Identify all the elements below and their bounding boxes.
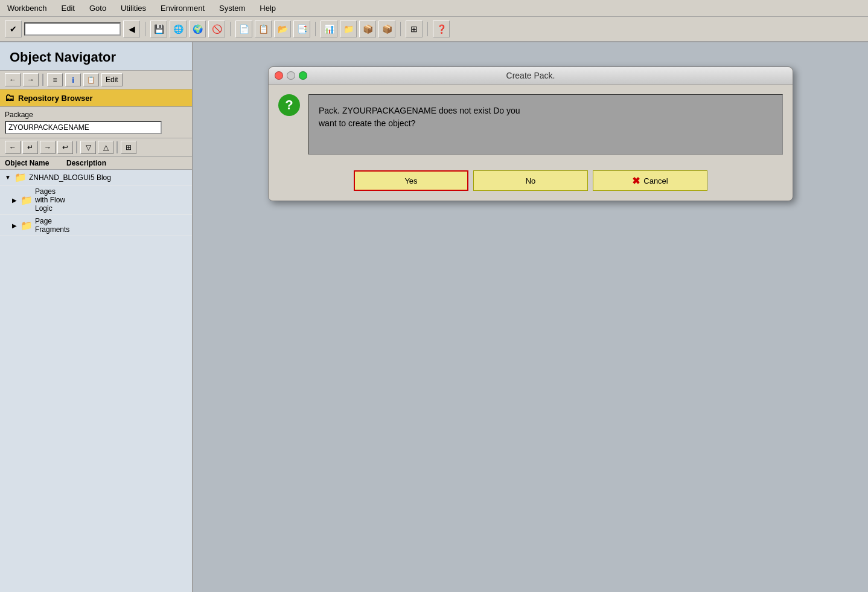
grid-icon[interactable]: ⊞ xyxy=(406,21,423,37)
nav-forward-btn[interactable]: → xyxy=(23,73,39,86)
command-input[interactable] xyxy=(24,22,121,36)
expand-arrow-icon[interactable]: ▼ xyxy=(5,174,11,181)
modal-overlay: Create Pack. ? Pack. ZYOURPACKAGENAME do… xyxy=(193,42,868,592)
sep1 xyxy=(145,22,145,36)
col-description: Description xyxy=(66,159,187,167)
doc-icon[interactable]: 📄 xyxy=(235,21,252,37)
sep4 xyxy=(400,22,401,36)
toolbar: ✔ ◀ 💾 🌐 🌍 🚫 📄 📋 📂 📑 📊 📁 📦 📦 ⊞ ❓ xyxy=(0,17,868,42)
action-back-btn[interactable]: ← xyxy=(5,141,21,154)
menu-workbench[interactable]: Workbench xyxy=(5,2,49,14)
dialog-title: Create Pack. xyxy=(506,71,555,80)
tree-name-cell: ▶ 📁 Page Fragments xyxy=(12,217,69,234)
package-input[interactable] xyxy=(5,121,162,134)
dialog-message-line1: Pack. ZYOURPACKAGENAME does not exist Do… xyxy=(319,105,773,117)
green-globe-icon[interactable]: 🌐 xyxy=(170,21,187,37)
package-icon[interactable]: 📦 xyxy=(359,21,376,37)
tree-name-cell: ▼ 📁 ZNHAND_BLOG xyxy=(5,172,83,183)
col-object-name: Object Name xyxy=(5,159,66,167)
menu-environment[interactable]: Environment xyxy=(158,2,207,14)
close-window-btn[interactable] xyxy=(275,71,283,80)
nav-toolbar: ← → ≡ i 📋 Edit xyxy=(0,71,192,89)
menu-help[interactable]: Help xyxy=(257,2,278,14)
sep3 xyxy=(315,22,316,36)
save-icon[interactable]: 💾 xyxy=(150,21,167,37)
action-forward-btn[interactable]: → xyxy=(40,141,56,154)
tree-desc-cell: UI5 Blog xyxy=(83,173,187,182)
menu-edit[interactable]: Edit xyxy=(59,2,77,14)
menu-utilities[interactable]: Utilities xyxy=(118,2,148,14)
nav-edit-btn[interactable]: Edit xyxy=(101,73,123,86)
minimize-window-btn[interactable] xyxy=(287,71,295,80)
nav-panel: Object Navigator ← → ≡ i 📋 Edit 🗂 Reposi… xyxy=(0,42,193,592)
nav-title: Object Navigator xyxy=(0,42,192,71)
dialog-message-line2: want to create the object? xyxy=(319,117,773,130)
doc3-icon[interactable]: 📂 xyxy=(274,21,291,37)
stop-icon[interactable]: 🚫 xyxy=(208,21,225,37)
cancel-label: Cancel xyxy=(643,176,668,185)
tree-row[interactable]: ▶ 📁 Pages with Flow Logic xyxy=(0,185,192,215)
sep2 xyxy=(230,22,231,36)
globe-icon[interactable]: 🌍 xyxy=(189,21,206,37)
repo-browser-label: Repository Browser xyxy=(18,94,93,103)
back-icon[interactable]: ◀ xyxy=(123,21,140,37)
menu-system[interactable]: System xyxy=(217,2,247,14)
package-section: Package xyxy=(0,107,192,138)
cancel-x-icon: ✖ xyxy=(632,175,640,187)
package-label: Package xyxy=(5,111,187,119)
folder-icon: 📁 xyxy=(21,195,33,206)
tree-area: Object Name Description ▼ 📁 ZNHAND_BLOG … xyxy=(0,157,192,592)
tree-header: Object Name Description xyxy=(0,157,192,170)
dialog-window-controls xyxy=(275,71,307,80)
action-enter2-btn[interactable]: ↩ xyxy=(57,141,73,154)
action-down-btn[interactable]: △ xyxy=(98,141,113,154)
nav-action-toolbar: ← ↵ → ↩ ▽ △ ⊞ xyxy=(0,138,192,157)
tree-container: Object Name Description ▼ 📁 ZNHAND_BLOG … xyxy=(0,157,192,592)
action-misc-btn[interactable]: ⊞ xyxy=(121,141,136,154)
create-pack-dialog: Create Pack. ? Pack. ZYOURPACKAGENAME do… xyxy=(268,66,793,201)
menu-bar: Workbench Edit Goto Utilities Environmen… xyxy=(0,0,868,17)
repo-browser-header[interactable]: 🗂 Repository Browser xyxy=(0,89,192,107)
dialog-message-area: Pack. ZYOURPACKAGENAME does not exist Do… xyxy=(308,94,783,155)
cancel-button[interactable]: ✖ Cancel xyxy=(593,170,707,191)
folder-icon[interactable]: 📁 xyxy=(340,21,357,37)
nav-sep1 xyxy=(42,74,43,86)
doc2-icon[interactable]: 📋 xyxy=(255,21,272,37)
checkmark-icon[interactable]: ✔ xyxy=(5,21,22,37)
help-icon[interactable]: ❓ xyxy=(433,21,450,37)
action-enter-btn[interactable]: ↵ xyxy=(22,141,38,154)
question-icon: ? xyxy=(278,94,300,116)
expand-arrow-icon[interactable]: ▶ xyxy=(12,222,17,229)
nav-obj-btn[interactable]: 📋 xyxy=(83,73,99,86)
folder-icon: 📁 xyxy=(21,220,33,231)
dialog-body: ? Pack. ZYOURPACKAGENAME does not exist … xyxy=(269,85,793,164)
doc4-icon[interactable]: 📑 xyxy=(293,21,310,37)
dialog-footer: Yes No ✖ Cancel xyxy=(269,164,793,201)
expand-arrow-icon[interactable]: ▶ xyxy=(12,197,17,204)
folder-icon: 📁 xyxy=(14,172,27,183)
yes-button[interactable]: Yes xyxy=(354,170,468,191)
main-area: Object Navigator ← → ≡ i 📋 Edit 🗂 Reposi… xyxy=(0,42,868,592)
nav-list-btn[interactable]: ≡ xyxy=(47,73,63,86)
sep5 xyxy=(427,22,428,36)
tree-node-label: Pages with Flow Logic xyxy=(35,187,66,213)
maximize-window-btn[interactable] xyxy=(299,71,307,80)
tree-row[interactable]: ▼ 📁 ZNHAND_BLOG UI5 Blog xyxy=(0,170,192,185)
no-button[interactable]: No xyxy=(473,170,588,191)
tree-name-cell: ▶ 📁 Pages with Flow Logic xyxy=(12,187,66,213)
action-up-btn[interactable]: ▽ xyxy=(80,141,96,154)
tools-icon[interactable]: 📦 xyxy=(378,21,395,37)
tree-row[interactable]: ▶ 📁 Page Fragments xyxy=(0,215,192,236)
act-sep1 xyxy=(76,141,77,153)
repo-browser-icon: 🗂 xyxy=(5,92,14,103)
dialog-titlebar: Create Pack. xyxy=(269,67,793,85)
act-sep2 xyxy=(116,141,118,153)
menu-goto[interactable]: Goto xyxy=(87,2,109,14)
nav-info-btn[interactable]: i xyxy=(65,73,81,86)
tree-node-label: Page Fragments xyxy=(35,217,69,234)
right-area: Create Pack. ? Pack. ZYOURPACKAGENAME do… xyxy=(193,42,868,592)
chart-icon[interactable]: 📊 xyxy=(321,21,337,37)
tree-node-label: ZNHAND_BLOG xyxy=(29,173,83,182)
nav-back-btn[interactable]: ← xyxy=(5,73,21,86)
